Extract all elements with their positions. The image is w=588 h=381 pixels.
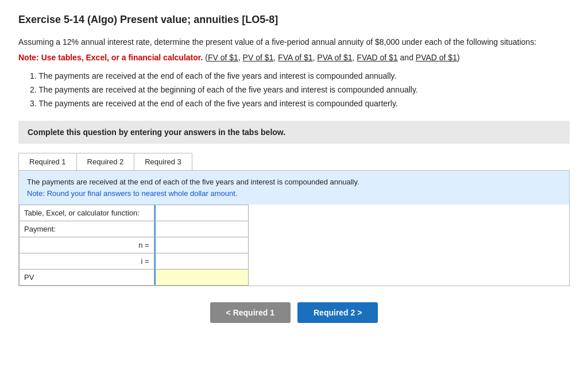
tab-description: The payments are received at the end of … [19,171,569,205]
tab-required1[interactable]: Required 1 [19,153,77,170]
fv-link[interactable]: FV of $1 [208,53,238,62]
prev-button[interactable]: < Required 1 [210,302,291,323]
tab-required2[interactable]: Required 2 [77,153,135,170]
note-links: (FV of $1, PV of $1, FVA of $1, PVA of $… [205,53,459,62]
table-row: i = [20,253,249,270]
row-input-function [154,205,248,221]
round-note: Note: Round your final answers to neares… [27,188,561,199]
pv-input[interactable] [154,270,248,285]
row-label-i: i = [20,253,154,270]
pva-link[interactable]: PVA of $1 [317,53,352,62]
row-label-pv: PV [20,270,154,286]
row-label-n: n = [20,237,154,253]
note-line: Note: Use tables, Excel, or a financial … [18,52,570,64]
fvad-link[interactable]: FVAD of $1 [357,53,397,62]
nav-buttons: < Required 1 Required 2 > [18,302,570,323]
note-label: Note: Use tables, Excel, or a financial … [18,53,203,62]
i-input[interactable] [154,253,248,269]
pvad-link[interactable]: PVAD of $1 [416,53,457,62]
calc-table: Table, Excel, or calculator function: Pa… [19,205,249,286]
next-button[interactable]: Required 2 > [297,302,378,323]
intro-text: Assuming a 12% annual interest rate, det… [18,36,570,48]
row-input-payment [154,221,248,237]
tab-content: The payments are received at the end of … [18,170,570,286]
payment-input[interactable] [154,221,248,237]
fva-link[interactable]: FVA of $1 [278,53,312,62]
row-label-function: Table, Excel, or calculator function: [20,205,154,221]
situation-3: 3. The payments are received at the end … [30,97,570,111]
row-input-n [154,237,248,253]
complete-box: Complete this question by entering your … [18,121,570,144]
row-input-pv [154,270,248,286]
tabs-row: Required 1 Required 2 Required 3 [18,153,192,170]
situation-2: 2. The payments are received at the begi… [30,83,570,97]
tab-required3[interactable]: Required 3 [134,153,192,170]
table-row: PV [20,270,249,286]
situations-list: 1. The payments are received at the end … [30,70,570,110]
table-row: n = [20,237,249,253]
table-row: Payment: [20,221,249,237]
row-label-payment: Payment: [20,221,154,237]
row-input-i [154,253,248,270]
n-input[interactable] [154,237,248,253]
function-input[interactable] [154,205,248,221]
tab-desc-text: The payments are received at the end of … [27,176,561,188]
pv-link[interactable]: PV of $1 [243,53,274,62]
situation-1: 1. The payments are received at the end … [30,70,570,83]
table-row: Table, Excel, or calculator function: [20,205,249,221]
page-title: Exercise 5-14 (Algo) Present value; annu… [18,14,570,26]
